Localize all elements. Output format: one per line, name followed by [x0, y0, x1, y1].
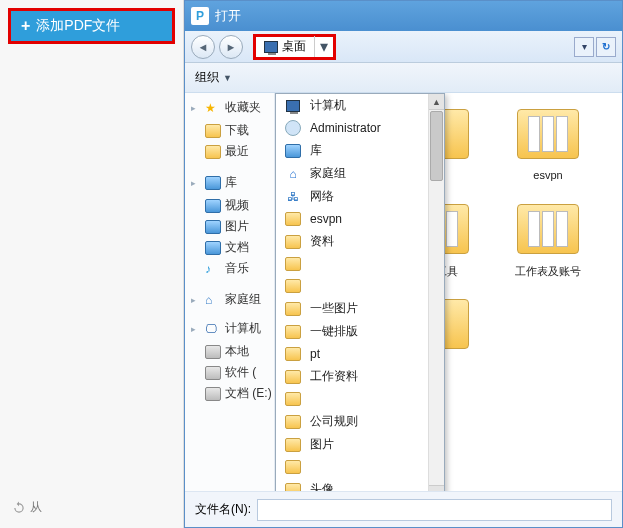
star-icon: ★ — [205, 101, 221, 115]
sidebar: ▸★收藏夹 下载 最近 ▸库 视频 图片 文档 ♪音乐 ▸⌂家庭组 ▸🖵计算机 … — [185, 93, 275, 491]
dialog-title: 打开 — [215, 7, 241, 25]
monitor-icon — [264, 41, 278, 53]
nav-bar: ◄ ► 桌面 ▾ ▾ ↻ — [185, 31, 622, 63]
picture-icon — [205, 220, 221, 234]
dropdown-item[interactable]: 图片 — [276, 433, 444, 456]
folder-icon — [284, 256, 302, 272]
folder-icon — [284, 482, 302, 492]
sidebar-item[interactable]: 最近 — [191, 141, 274, 162]
forward-button[interactable]: ► — [219, 35, 243, 59]
dropdown-item[interactable]: 一键排版 — [276, 320, 444, 343]
folder-icon — [284, 234, 302, 250]
add-pdf-label: 添加PDF文件 — [36, 17, 120, 35]
filename-label: 文件名(N): — [195, 501, 251, 518]
folder-icon — [205, 145, 221, 159]
sidebar-homegroup[interactable]: ▸⌂家庭组 — [191, 291, 274, 308]
sidebar-item[interactable]: 视频 — [191, 195, 274, 216]
folder-icon — [205, 124, 221, 138]
refresh-icon — [12, 501, 26, 515]
folder-icon — [284, 369, 302, 385]
back-button[interactable]: ◄ — [191, 35, 215, 59]
dropdown-item-label: 公司规则 — [310, 413, 358, 430]
user-icon — [284, 120, 302, 136]
homegroup-icon: ⌂ — [284, 166, 302, 182]
dropdown-item[interactable] — [276, 275, 444, 297]
plus-icon: + — [21, 17, 30, 35]
add-pdf-button[interactable]: + 添加PDF文件 — [8, 8, 175, 44]
dropdown-item[interactable]: 库 — [276, 139, 444, 162]
folder-icon — [284, 278, 302, 294]
dropdown-item[interactable] — [276, 253, 444, 275]
dropdown-item-label: 图片 — [310, 436, 334, 453]
dropdown-scrollbar[interactable]: ▲ ▼ — [428, 94, 444, 491]
open-dialog: P 打开 ◄ ► 桌面 ▾ ▾ ↻ 组织 ▼ ▸★收藏夹 下载 最近 — [184, 0, 623, 528]
dropdown-item[interactable]: 公司规则 — [276, 410, 444, 433]
nav-dropdown[interactable]: ▾ — [574, 37, 594, 57]
computer-icon — [284, 98, 302, 114]
refresh-button[interactable]: ↻ — [596, 37, 616, 57]
drive-icon — [205, 387, 221, 401]
folder-icon — [517, 204, 579, 254]
dropdown-item[interactable] — [276, 388, 444, 410]
homegroup-icon: ⌂ — [205, 293, 221, 307]
sidebar-item[interactable]: ♪音乐 — [191, 258, 274, 279]
item-label: 工作表及账号 — [515, 264, 581, 279]
dropdown-item[interactable]: ⌂家庭组 — [276, 162, 444, 185]
organize-button[interactable]: 组织 — [195, 69, 219, 86]
content-pane: 家庭组AdesvpnPDseo工具工作表及账号 计算机Administrator… — [275, 93, 622, 491]
dropdown-item-label: pt — [310, 347, 320, 361]
item-label: esvpn — [533, 169, 562, 181]
scroll-thumb[interactable] — [430, 111, 443, 181]
sidebar-item[interactable]: 图片 — [191, 216, 274, 237]
dropdown-item-label: 一些图片 — [310, 300, 358, 317]
dropdown-item[interactable]: 计算机 — [276, 94, 444, 117]
music-icon: ♪ — [205, 262, 221, 276]
computer-icon: 🖵 — [205, 322, 221, 336]
dropdown-item-label: 头像 — [310, 481, 334, 491]
folder-icon — [284, 346, 302, 362]
dropdown-item[interactable]: 资料 — [276, 230, 444, 253]
drive-icon — [205, 366, 221, 380]
folder-icon — [517, 109, 579, 159]
path-breadcrumb[interactable]: 桌面 ▾ — [253, 34, 336, 60]
video-icon — [205, 199, 221, 213]
sidebar-item[interactable]: 下载 — [191, 120, 274, 141]
sidebar-item[interactable]: 文档 (E:) — [191, 383, 274, 404]
dropdown-item[interactable]: 一些图片 — [276, 297, 444, 320]
path-dropdown-toggle[interactable]: ▾ — [315, 37, 333, 56]
folder-icon — [284, 414, 302, 430]
folder-icon — [284, 437, 302, 453]
filename-input[interactable] — [257, 499, 612, 521]
sidebar-favorites[interactable]: ▸★收藏夹 — [191, 99, 274, 116]
dropdown-item[interactable]: Administrator — [276, 117, 444, 139]
chevron-down-icon: ▼ — [223, 73, 232, 83]
dropdown-item[interactable]: 🖧网络 — [276, 185, 444, 208]
file-item[interactable]: 工作表及账号 — [503, 198, 593, 279]
library-icon — [205, 176, 221, 190]
sidebar-item[interactable]: 软件 ( — [191, 362, 274, 383]
dropdown-item[interactable]: pt — [276, 343, 444, 365]
sidebar-item[interactable]: 文档 — [191, 237, 274, 258]
bottom-hint: 从 — [12, 499, 42, 516]
network-icon: 🖧 — [284, 189, 302, 205]
dropdown-item[interactable] — [276, 456, 444, 478]
dropdown-item[interactable]: esvpn — [276, 208, 444, 230]
folder-icon — [284, 324, 302, 340]
folder-icon — [284, 301, 302, 317]
file-item[interactable]: esvpn — [503, 103, 593, 184]
scroll-down[interactable]: ▼ — [429, 485, 444, 491]
scroll-up[interactable]: ▲ — [429, 94, 444, 110]
sidebar-computer[interactable]: ▸🖵计算机 — [191, 320, 274, 337]
dropdown-item-label: Administrator — [310, 121, 381, 135]
dropdown-item[interactable]: 工作资料 — [276, 365, 444, 388]
folder-icon — [284, 391, 302, 407]
titlebar: P 打开 — [185, 1, 622, 31]
drive-icon — [205, 345, 221, 359]
sidebar-libraries[interactable]: ▸库 — [191, 174, 274, 191]
app-icon: P — [191, 7, 209, 25]
path-segment-desktop[interactable]: 桌面 — [256, 36, 315, 57]
dropdown-item-label: 库 — [310, 142, 322, 159]
dropdown-item[interactable]: 头像 — [276, 478, 444, 491]
sidebar-item[interactable]: 本地 — [191, 341, 274, 362]
folder-icon — [284, 211, 302, 227]
